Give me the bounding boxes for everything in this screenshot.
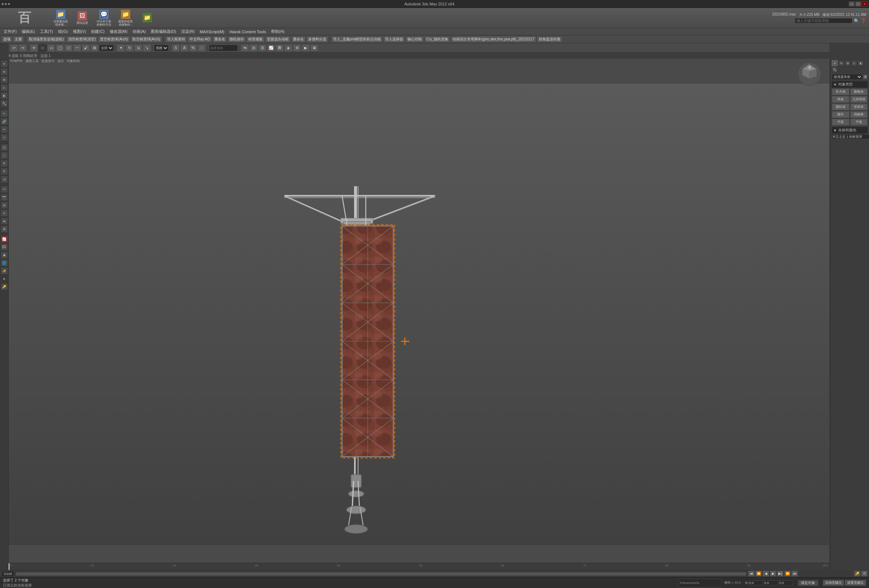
render2-btn[interactable]: ◉ [1,252,8,259]
tb-arch-mat[interactable]: 取空材质球(Arch) [130,36,162,43]
snapshot-btn[interactable]: 📷 [1,194,8,201]
obj-type-sphere[interactable]: 球体 [832,96,850,103]
panel-tab-motion[interactable]: ▷ [851,60,857,66]
prev-frame-btn[interactable]: ◀ [762,571,769,576]
viewport-cube[interactable]: 顶 [797,61,822,87]
rotate2-btn[interactable]: ↻ [1,168,8,175]
help-search[interactable] [795,18,853,24]
mirror2-btn[interactable]: ⇋ [1,218,8,225]
select-rotate-btn[interactable]: ↻ [126,44,133,52]
help-icon[interactable]: ❓ [861,18,866,24]
maximize-btn[interactable]: □ [855,1,861,6]
obj-type-teapot[interactable]: 平面 [832,118,850,126]
paint-select-btn[interactable]: 🖌 [82,44,90,52]
undo-btn[interactable]: ↩ [10,44,18,52]
tb-set-mat[interactable]: 置空材质球(Arch) [98,36,129,43]
angle-snap-btn[interactable]: A [181,44,188,52]
menu-views[interactable]: 视图(V) [71,28,88,35]
utilities-btn[interactable]: 🔧 [1,100,8,107]
select-by-name-btn[interactable]: □ [39,44,46,52]
tb-option[interactable]: 选项 [1,36,12,43]
tb-import-pts[interactable]: 导入_流量pmt模型快剪点功能 [331,36,383,43]
render-setup-btn[interactable]: ⚙ [293,44,301,52]
panel-dropdown-arrow[interactable]: ▼ [863,74,868,79]
go-end-btn[interactable]: ⏭ [791,571,798,576]
taskbar-icon-1[interactable]: 📁 光度量信息悦米斯... [53,9,68,27]
auto-key-status-btn[interactable]: 自动关键点 [823,580,844,586]
curve-editor-btn[interactable]: 📈 [267,44,275,52]
auto-key-btn[interactable]: 🔑 [1,283,8,290]
menu-rendering[interactable]: 渲染(R) [179,28,197,35]
menu-tools[interactable]: 工具(T) [38,28,55,35]
material-editor-btn[interactable]: ◈ [285,44,292,52]
select-scale-btn[interactable]: ⇲ [134,44,142,52]
z-coord[interactable] [779,581,793,585]
move-btn[interactable]: ✛ [1,160,8,167]
nurbs-btn[interactable]: 〜 [1,186,8,193]
tb-angle[interactable]: 拆角盖连转册 [537,36,562,43]
tb-main[interactable]: 主要 [13,36,24,43]
tb-ray-ao[interactable]: 中文/Ray AO [188,36,212,43]
obj-type-plane[interactable]: 平面 [850,118,868,126]
search-icon[interactable]: 🔍 [854,18,859,24]
paint-deform-tab[interactable]: 对象绘制 [67,59,80,64]
link-btn[interactable]: 🔗 [1,118,8,125]
maxscript-listener[interactable]: PainterInterfa [678,579,721,587]
minimize-btn[interactable]: — [849,1,854,6]
modify-panel-btn[interactable]: ≋ [1,68,8,76]
y-coord[interactable] [764,581,778,585]
taskbar-icon-4[interactable]: 📁 圆形的创意动画制作... [119,9,133,27]
tb-pivot[interactable]: 轴心控制 [406,36,424,43]
next-key-btn[interactable]: ⏩ [784,571,791,576]
panel-tab-modify[interactable]: ≋ [838,60,844,66]
window-cross-btn[interactable]: ⊞ [90,44,98,52]
select-tool-btn[interactable]: ↖ [1,110,8,117]
fence-select-btn[interactable]: ⬡ [65,44,73,52]
close-btn[interactable]: × [862,1,868,6]
tb-mat-capture[interactable]: 材质捕集 [246,36,264,43]
name-color-collapse[interactable]: ▼ [833,129,837,132]
tb-rename[interactable]: 重命名 [212,36,227,43]
snap-mode-btn[interactable]: 捕捉对象 [798,580,819,586]
named-selection[interactable] [209,45,238,51]
select-btn[interactable]: ✛ [30,44,38,52]
effects-btn[interactable]: ✨ [1,267,8,274]
selection-filter[interactable]: 全部 [99,45,114,51]
play-btn[interactable]: ▶ [770,571,776,576]
rect-select-btn[interactable]: ▭ [47,44,55,52]
env-btn[interactable]: 🌐 [1,259,8,267]
select-move-btn[interactable]: ✦ [117,44,125,52]
menu-havok[interactable]: Havok Content Tools [227,29,268,34]
obj-type-box[interactable]: 长方体 [832,88,850,95]
panel-tab-create[interactable]: ✦ [832,60,838,66]
graphite-tab[interactable]: Graphite [10,59,23,64]
timeline-slider[interactable] [16,572,868,576]
circle-select-btn[interactable]: ◯ [56,44,64,52]
obj-type-tube[interactable]: 管状体 [850,104,868,110]
layer-btn[interactable]: ☰ [258,44,266,52]
mirror-btn[interactable]: ⇋ [241,44,249,52]
object-type-collapse[interactable]: ▼ [833,83,837,87]
snap3d-btn[interactable]: S [172,44,180,52]
time-config-btn[interactable]: ⏱ [861,571,868,576]
next-frame-btn[interactable]: ▶| [777,571,783,576]
set-key-status-btn[interactable]: 设置关键点 [845,580,866,586]
menu-group[interactable]: 组(G) [56,28,70,35]
tb-random-xform[interactable]: Cry_随机变换 [424,36,450,43]
tb-multi-mat[interactable]: 多便料分选 [306,36,328,43]
go-start-btn[interactable]: ⏮ [748,571,755,576]
array-btn[interactable]: ⊞ [1,225,8,233]
tb-random[interactable]: 随机操作 [228,36,246,43]
obj-type-geosphere[interactable]: 几何球体 [850,96,868,103]
align-btn[interactable]: ⊟ [250,44,258,52]
tb-anim-script[interactable]: 动画切出专用脚本(gmc,dex,fmc,poa,plt)_20210217 [451,36,536,43]
motion-btn[interactable]: ▷ [1,84,8,91]
tb-rename2[interactable]: 重命名 [291,36,305,43]
render-frame-btn[interactable]: 🖥 [310,44,318,52]
x-coord[interactable] [749,581,763,585]
spinner-snap-btn[interactable]: ↕ [198,44,206,52]
menu-file[interactable]: 文件(F) [1,28,19,35]
set-key-btn[interactable]: ● [1,275,8,283]
obj-type-cone[interactable]: 圆锥体 [850,88,868,95]
select-region-btn[interactable]: □ [1,152,8,159]
